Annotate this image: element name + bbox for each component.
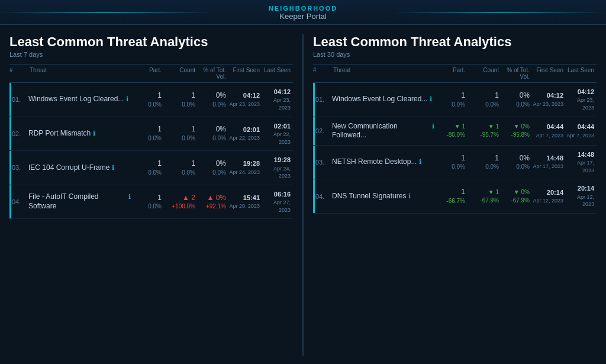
last-time: 20:14: [565, 184, 594, 193]
info-icon[interactable]: ℹ: [419, 158, 421, 166]
first-date: Apr 12, 2023: [531, 197, 563, 205]
table-row[interactable]: 03. NETSH Remote Desktop... ℹ 1 0.0% 1 0…: [313, 146, 597, 180]
left-table-header: # Threat Part. Count % of Tot. Vol. Firs…: [9, 64, 293, 83]
right-panel: Least Common Threat Analytics Last 30 da…: [302, 34, 597, 356]
table-row[interactable]: 01. Windows Event Log Cleared... ℹ 1 0.0…: [313, 83, 597, 117]
col-header-threat: Threat: [331, 67, 434, 80]
first-time: 14:48: [531, 154, 563, 163]
col-last-seen: 04:12 Apr 23, 2023: [261, 88, 291, 112]
left-panel: Least Common Threat Analytics Last 7 day…: [9, 34, 293, 356]
last-time: 06:16: [261, 190, 291, 199]
count-sub: 0.0%: [466, 101, 499, 109]
col-last-seen: 19:28 Apr 24, 2023: [261, 156, 291, 180]
main-content: Least Common Threat Analytics Last 7 day…: [0, 25, 606, 356]
table-row[interactable]: 01. Windows Event Log Cleared... ℹ 1 0.0…: [9, 83, 293, 117]
threat-name: Windows Event Log Cleared...: [28, 95, 124, 104]
count-sub: 0.0%: [163, 101, 195, 109]
count-sub: -67.9%: [466, 197, 499, 205]
info-icon[interactable]: ℹ: [112, 164, 114, 172]
table-row[interactable]: 03. IEC 104 Corrupt U-Frame ℹ 1 0.0% 1 0…: [9, 151, 293, 185]
col-first-seen: 20:14 Apr 12, 2023: [531, 188, 563, 205]
col-last-seen: 04:12 Apr 23, 2023: [565, 88, 594, 112]
first-date: Apr 23, 2023: [531, 101, 563, 108]
part-sub: -80.0%: [436, 131, 465, 139]
threat-name: NETSH Remote Desktop...: [332, 157, 417, 167]
info-icon[interactable]: ℹ: [126, 95, 128, 103]
pct-sub: 0.0%: [196, 101, 226, 109]
last-time: 04:12: [261, 88, 291, 96]
part-sub: 0.0%: [436, 101, 465, 109]
count-sub: -95.7%: [466, 131, 499, 139]
table-row[interactable]: 02. New Communication Followed... ℹ ▼ 1 …: [313, 117, 597, 146]
row-threat: IEC 104 Corrupt U-Frame ℹ: [27, 163, 131, 173]
col-header-num: #: [9, 67, 26, 80]
info-icon[interactable]: ℹ: [408, 192, 411, 200]
col-count: 1 0.0%: [466, 153, 499, 172]
col-first-seen: 04:12 Apr 23, 2023: [227, 91, 260, 108]
col-header-part: Part.: [436, 67, 465, 80]
count-sub: +100.0%: [163, 202, 195, 211]
col-header-count: Count: [163, 67, 195, 80]
table-row[interactable]: 02. RDP Port Mismatch ℹ 1 0.0% 1 0.0% 0%…: [9, 117, 293, 152]
col-pct: 0% 0.0%: [196, 91, 226, 109]
first-date: Apr 20, 2023: [227, 202, 260, 210]
row-threat: Windows Event Log Cleared... ℹ: [27, 95, 131, 104]
pct-sub: 0.0%: [196, 169, 226, 177]
last-date: Apr 17, 2023: [565, 159, 594, 174]
pct-sub: -67.9%: [500, 197, 530, 205]
part-sub: 0.0%: [132, 169, 162, 177]
left-panel-title: Least Common Threat Analytics: [9, 34, 293, 50]
pct-main: ▲ 0%: [196, 193, 226, 203]
pct-sub: 0.0%: [196, 134, 226, 143]
count-main: 1: [466, 153, 499, 163]
threat-name: Windows Event Log Cleared...: [332, 95, 427, 104]
row-number: 04.: [313, 193, 330, 200]
row-threat: Windows Event Log Cleared... ℹ: [331, 95, 434, 104]
col-header-part: Part.: [132, 67, 162, 80]
col-count: 1 0.0%: [466, 91, 499, 109]
col-header-first: First Seen: [227, 67, 260, 80]
col-first-seen: 15:41 Apr 20, 2023: [227, 194, 260, 210]
count-main: ▲ 2: [163, 193, 195, 203]
first-time: 02:01: [227, 125, 260, 134]
info-icon[interactable]: ℹ: [93, 130, 95, 137]
first-date: Apr 24, 2023: [227, 169, 260, 176]
table-row[interactable]: 04. DNS Tunnel Signatures ℹ 1 -66.7% ▼ 1…: [313, 179, 597, 214]
last-time: 14:48: [565, 150, 594, 159]
count-sub: 0.0%: [163, 134, 195, 143]
pct-sub: 0.0%: [500, 163, 530, 171]
row-threat: New Communication Followed... ℹ: [331, 122, 434, 140]
row-number: 03.: [9, 164, 26, 171]
col-last-seen: 20:14 Apr 12, 2023: [565, 184, 594, 208]
part-main: 1: [436, 91, 465, 101]
first-time: 04:12: [227, 91, 260, 100]
first-date: Apr 17, 2023: [531, 163, 563, 170]
col-header-pct: % of Tot. Vol.: [500, 67, 530, 80]
info-icon[interactable]: ℹ: [432, 123, 434, 130]
part-main: 1: [132, 159, 162, 169]
app-header: NEIGHBORHOOD Keeper Portal: [0, 0, 606, 25]
left-panel-subtitle: Last 7 days: [9, 51, 293, 58]
info-icon[interactable]: ℹ: [430, 95, 432, 103]
row-number: 01.: [313, 96, 330, 103]
table-row[interactable]: 04. File - AutoIT Compiled Software ℹ 1 …: [9, 185, 293, 220]
pct-main: 0%: [196, 91, 226, 101]
col-part: 1 0.0%: [132, 124, 162, 143]
last-date: Apr 12, 2023: [565, 194, 594, 208]
col-part: 1 0.0%: [436, 153, 465, 172]
col-pct: 0% 0.0%: [196, 159, 226, 177]
part-main: 1: [132, 193, 162, 203]
part-sub: -66.7%: [436, 197, 465, 205]
part-sub: 0.0%: [132, 202, 162, 211]
col-count: ▼ 1 -95.7%: [466, 123, 499, 139]
threat-name: New Communication Followed...: [332, 122, 430, 140]
count-main: 1: [163, 91, 195, 101]
part-main: 1: [132, 91, 162, 101]
right-panel-subtitle: Last 30 days: [313, 51, 597, 58]
info-icon[interactable]: ℹ: [128, 193, 131, 201]
col-first-seen: 04:44 Apr 7, 2023: [531, 123, 563, 139]
pct-main: ▼ 0%: [500, 123, 530, 131]
col-part: 1 0.0%: [132, 193, 162, 211]
col-header-first: First Seen: [531, 67, 563, 80]
col-header-last: Last Seen: [565, 67, 594, 80]
